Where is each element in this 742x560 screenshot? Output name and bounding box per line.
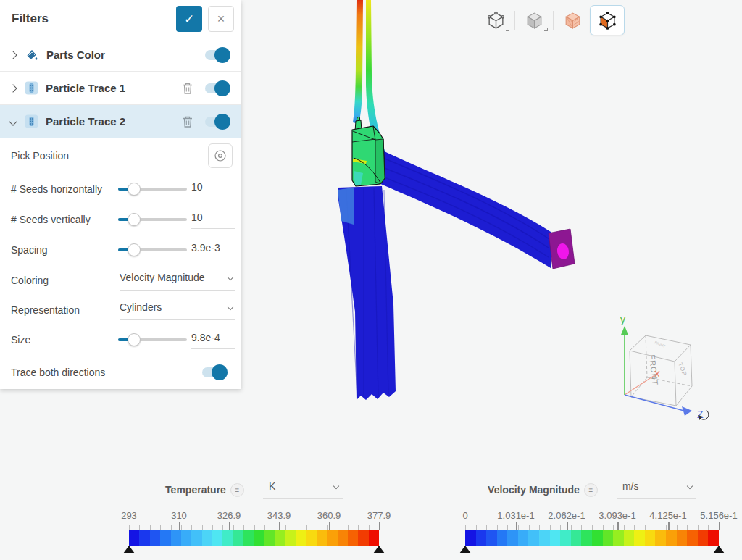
legend-range-field[interactable]: 377.9 xyxy=(364,510,394,522)
filter-row-parts-color[interactable]: Parts Color xyxy=(0,38,241,71)
particle-trace-icon xyxy=(25,81,38,95)
colorbar-block xyxy=(296,530,306,546)
spacing-slider[interactable] xyxy=(118,248,187,251)
chevron-right-icon[interactable] xyxy=(9,84,17,92)
minor-tick xyxy=(634,525,635,530)
major-tick xyxy=(279,522,280,530)
chevron-down-icon xyxy=(333,483,339,489)
minor-tick xyxy=(202,525,203,530)
check-icon: ✓ xyxy=(184,12,194,27)
minor-tick xyxy=(233,525,234,530)
colorbar-block xyxy=(191,530,201,546)
filter-row-particle-trace-2[interactable]: Particle Trace 2 xyxy=(0,104,241,138)
minor-tick xyxy=(645,525,646,530)
size-value[interactable]: 9.8e-4 xyxy=(191,330,235,349)
parts-color-toggle[interactable] xyxy=(205,50,228,60)
colorbar-block xyxy=(528,530,539,546)
seeds-horizontal-slider[interactable] xyxy=(118,188,187,191)
toggle-knob xyxy=(214,114,230,130)
seed-plane[interactable] xyxy=(549,229,575,269)
chevron-down-icon xyxy=(228,304,233,309)
major-tick xyxy=(668,522,670,530)
toolbar-divider xyxy=(514,11,515,30)
temperature-colorbar[interactable] xyxy=(129,530,379,546)
coloring-dropdown[interactable]: Velocity Magnitude xyxy=(120,270,235,291)
gizmo-top-label[interactable]: TOP xyxy=(677,362,688,377)
slider-handle[interactable] xyxy=(128,333,141,346)
minor-tick xyxy=(285,525,286,530)
colorbar-block xyxy=(181,530,191,546)
velocity-unit-dropdown[interactable]: m/s xyxy=(617,480,696,499)
representation-dropdown[interactable]: Cylinders xyxy=(120,300,235,320)
apply-button[interactable]: ✓ xyxy=(176,6,202,32)
stream-light-patch xyxy=(338,188,354,225)
colorbar-block xyxy=(171,530,181,546)
legend-menu-button[interactable]: ≡ xyxy=(584,483,598,497)
particle-trace-1-toggle[interactable] xyxy=(205,83,228,93)
surface-edges-cube-button[interactable] xyxy=(590,5,625,35)
legend-range-marker[interactable] xyxy=(713,546,725,553)
close-panel-button[interactable]: × xyxy=(208,6,234,32)
minor-tick xyxy=(139,525,140,530)
unit-value: m/s xyxy=(622,480,639,492)
velocity-colorbar[interactable] xyxy=(465,530,719,546)
delete-filter-icon[interactable] xyxy=(182,82,193,95)
wireframe-cube-button[interactable] xyxy=(478,5,513,35)
setting-label: Pick Position xyxy=(11,150,69,162)
size-slider[interactable] xyxy=(118,338,187,341)
major-tick xyxy=(516,522,517,530)
legend-range-field[interactable]: 293 xyxy=(118,510,140,522)
trace-both-directions-toggle[interactable] xyxy=(202,367,225,377)
major-tick xyxy=(329,522,330,530)
seeds-vertical-value[interactable]: 10 xyxy=(191,210,235,229)
colorbar-block xyxy=(581,530,592,546)
dropdown-value: Cylinders xyxy=(120,301,162,313)
legend-range-field[interactable]: 0 xyxy=(459,510,470,522)
setting-label: Trace both directions xyxy=(11,367,105,378)
pick-position-button[interactable] xyxy=(208,143,233,168)
colorbar-block xyxy=(708,530,719,546)
gizmo-right-label[interactable]: RIGHT xyxy=(654,340,667,348)
particle-trace-2-toggle[interactable] xyxy=(205,117,228,127)
translucent-cube-button[interactable] xyxy=(555,5,590,35)
toolbar-divider xyxy=(553,11,554,30)
filter-label: Parts Color xyxy=(46,49,205,61)
slider-handle[interactable] xyxy=(128,243,141,256)
colorbar-block xyxy=(129,530,139,546)
minor-tick xyxy=(677,525,678,530)
filter-label: Particle Trace 2 xyxy=(46,115,182,128)
legend-tick-labels: 293310326.9343.9360.9377.9 xyxy=(129,510,379,521)
solid-cube-button[interactable] xyxy=(517,5,551,35)
representation-row: Representation Cylinders xyxy=(0,295,241,325)
chevron-down-icon[interactable] xyxy=(9,117,17,125)
close-icon: × xyxy=(217,12,225,27)
seeds-horizontal-value[interactable]: 10 xyxy=(191,180,235,198)
carton-model xyxy=(352,117,385,186)
slider-handle[interactable] xyxy=(128,213,141,226)
legend-menu-button[interactable]: ≡ xyxy=(230,483,244,497)
filter-row-particle-trace-1[interactable]: Particle Trace 1 xyxy=(0,71,241,104)
legend-tick-marks xyxy=(465,522,719,530)
temperature-unit-dropdown[interactable]: K xyxy=(263,480,343,499)
legend-range-field[interactable]: 5.156e-1 xyxy=(697,510,740,522)
minor-tick xyxy=(581,525,582,530)
streamline-ribbon-left xyxy=(353,0,363,124)
colorbar-block xyxy=(160,530,170,546)
chevron-right-icon[interactable] xyxy=(9,51,17,59)
legend-range-marker[interactable] xyxy=(123,546,135,553)
minor-tick xyxy=(518,525,519,530)
legend-range-marker[interactable] xyxy=(373,546,385,553)
orientation-gizmo[interactable]: FRONT TOP RIGHT X y Z xyxy=(620,314,709,420)
delete-filter-icon[interactable] xyxy=(182,115,193,128)
seeds-vertical-slider[interactable] xyxy=(118,218,187,221)
legend-tick-label: 310 xyxy=(171,510,187,521)
legend-range-marker[interactable] xyxy=(459,546,471,553)
colorbar-block xyxy=(645,530,656,546)
slider-handle[interactable] xyxy=(128,183,141,196)
colorbar-block xyxy=(560,530,571,546)
wireframe-cube-icon xyxy=(486,11,506,30)
major-tick xyxy=(379,522,380,530)
spacing-value[interactable]: 3.9e-3 xyxy=(191,241,235,259)
particle-stream-diagonal xyxy=(374,149,551,268)
app-screen: FRONT TOP RIGHT X y Z xyxy=(0,0,742,560)
